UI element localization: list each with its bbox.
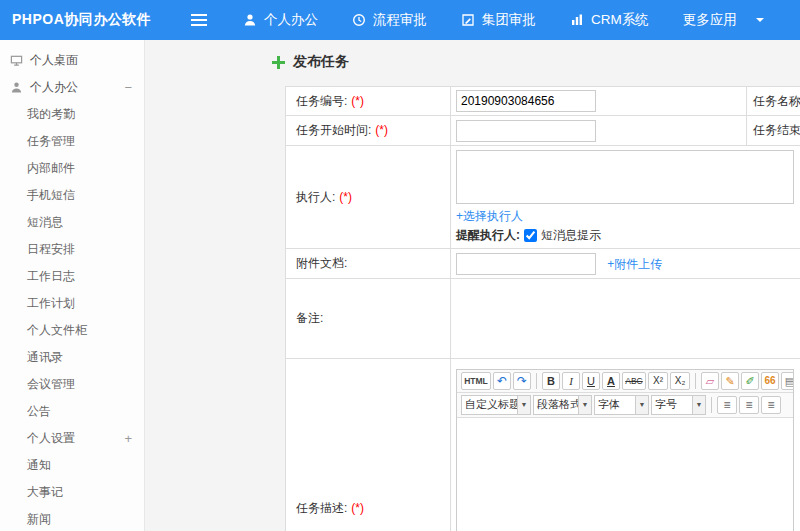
app-logo: PHPOA协同办公软件 xyxy=(0,11,178,29)
editor-content-area[interactable] xyxy=(457,418,793,531)
page-title: 发布任务 xyxy=(272,53,349,71)
choose-executor-link[interactable]: +选择执行人 xyxy=(456,208,523,225)
caret-down-icon: ▼ xyxy=(517,396,530,414)
main-content: 发布任务 任务编号:(*) 任务名称:(*) 任务开始时间:(*) 任务结束时间… xyxy=(145,40,800,531)
sidebar-item-personal-office[interactable]: 个人办公 − xyxy=(0,74,144,101)
required-mark: (*) xyxy=(351,501,364,515)
task-name-label: 任务名称: xyxy=(753,94,800,108)
chart-icon xyxy=(570,13,584,27)
sidebar-item-personal-settings[interactable]: 个人设置 + xyxy=(0,425,144,452)
attachment-input[interactable] xyxy=(456,253,596,275)
publish-task-form: 任务编号:(*) 任务名称:(*) 任务开始时间:(*) 任务结束时间:(*) … xyxy=(285,86,800,531)
sidebar-item-file-cabinet[interactable]: 个人文件柜 xyxy=(0,317,144,344)
bold-button[interactable]: B xyxy=(542,372,560,390)
task-no-label: 任务编号: xyxy=(296,94,347,108)
font-button[interactable]: A xyxy=(602,372,620,390)
rich-text-editor: HTML ↶ ↷ B I U A ABC X² X₂ ▱ ✎ xyxy=(456,369,794,531)
format-painter-button[interactable]: ✎ xyxy=(721,372,739,390)
html-source-button[interactable]: HTML xyxy=(461,372,491,390)
remind-label: 提醒执行人: xyxy=(456,227,520,244)
font-family-dropdown[interactable]: 字体▼ xyxy=(594,395,649,415)
superscript-button[interactable]: X² xyxy=(648,372,668,390)
sidebar-item-internal-mail[interactable]: 内部邮件 xyxy=(0,155,144,182)
start-time-input[interactable] xyxy=(456,120,596,142)
executor-label: 执行人: xyxy=(296,190,335,204)
sidebar-item-work-plan[interactable]: 工作计划 xyxy=(0,290,144,317)
font-size-dropdown[interactable]: 字号▼ xyxy=(651,395,706,415)
remark-area[interactable] xyxy=(451,279,800,359)
attachment-upload-link[interactable]: +附件上传 xyxy=(607,256,662,273)
paragraph-format-dropdown[interactable]: 段落格式▼ xyxy=(533,395,592,415)
required-mark: (*) xyxy=(351,94,364,108)
caret-down-icon xyxy=(756,18,764,26)
italic-button[interactable]: I xyxy=(562,372,580,390)
nav-more-apps[interactable]: 更多应用 xyxy=(666,0,781,40)
desktop-icon xyxy=(10,54,23,67)
editor-toolbar-row1: HTML ↶ ↷ B I U A ABC X² X₂ ▱ ✎ xyxy=(457,370,793,393)
caret-down-icon: ▼ xyxy=(578,396,591,414)
executor-textarea[interactable] xyxy=(456,150,794,204)
sidebar-item-personal-desktop[interactable]: 个人桌面 xyxy=(0,47,144,74)
underline-button[interactable]: U xyxy=(582,372,600,390)
sidebar-item-work-log[interactable]: 工作日志 xyxy=(0,263,144,290)
sidebar-item-notice[interactable]: 通知 xyxy=(0,452,144,479)
redo-button[interactable]: ↷ xyxy=(513,372,531,390)
sidebar-item-schedule[interactable]: 日程安排 xyxy=(0,236,144,263)
end-time-label: 任务结束时间: xyxy=(753,123,800,137)
toolbar-separator xyxy=(695,373,696,389)
expand-icon[interactable]: + xyxy=(124,431,132,446)
sidebar: 个人桌面 个人办公 − 我的考勤 任务管理 内部邮件 手机短信 短消息 日程安排… xyxy=(0,40,145,531)
required-mark: (*) xyxy=(339,190,352,204)
top-nav: 个人办公 流程审批 集团审批 CRM系统 更多应用 xyxy=(226,0,781,40)
editor-toolbar-row2: 自定义标题▼ 段落格式▼ 字体▼ 字号▼ ≡ ≡ ≡ xyxy=(457,393,793,418)
remark-label: 备注: xyxy=(296,311,323,325)
sidebar-item-announcement[interactable]: 公告 xyxy=(0,398,144,425)
blockquote-button[interactable]: 66 xyxy=(761,372,779,390)
sidebar-item-mobile-sms[interactable]: 手机短信 xyxy=(0,182,144,209)
align-right-button[interactable]: ≡ xyxy=(761,396,781,414)
start-time-label: 任务开始时间: xyxy=(296,123,371,137)
remove-format-button[interactable]: ▱ xyxy=(701,372,719,390)
clock-icon xyxy=(352,13,366,27)
collapse-icon[interactable]: − xyxy=(124,80,132,95)
custom-title-dropdown[interactable]: 自定义标题▼ xyxy=(461,395,531,415)
sidebar-item-events[interactable]: 大事记 xyxy=(0,479,144,506)
sms-remind-label: 短消息提示 xyxy=(541,227,601,244)
align-left-button[interactable]: ≡ xyxy=(717,396,737,414)
sidebar-item-meeting[interactable]: 会议管理 xyxy=(0,371,144,398)
highlight-button[interactable]: ✐ xyxy=(741,372,759,390)
strikethrough-button[interactable]: ABC xyxy=(622,372,646,390)
list-button[interactable]: ▤ xyxy=(781,372,793,390)
toolbar-separator xyxy=(711,397,712,413)
sidebar-item-contacts[interactable]: 通讯录 xyxy=(0,344,144,371)
user-icon xyxy=(10,81,23,94)
plus-icon xyxy=(272,56,285,69)
caret-down-icon: ▼ xyxy=(692,396,705,414)
align-center-button[interactable]: ≡ xyxy=(739,396,759,414)
nav-process-approval[interactable]: 流程审批 xyxy=(335,0,444,40)
edit-icon xyxy=(461,13,475,27)
attachment-label: 附件文档: xyxy=(296,256,347,270)
sidebar-item-my-attendance[interactable]: 我的考勤 xyxy=(0,101,144,128)
top-header: PHPOA协同办公软件 个人办公 流程审批 集团审批 CRM系统 更多应用 xyxy=(0,0,800,40)
caret-down-icon: ▼ xyxy=(635,396,648,414)
sidebar-item-news[interactable]: 新闻 xyxy=(0,506,144,531)
nav-group-approval[interactable]: 集团审批 xyxy=(444,0,553,40)
toolbar-separator xyxy=(536,373,537,389)
user-icon xyxy=(243,13,257,27)
task-no-input[interactable] xyxy=(456,90,596,112)
subscript-button[interactable]: X₂ xyxy=(670,372,690,390)
nav-crm[interactable]: CRM系统 xyxy=(553,0,666,40)
menu-toggle-icon[interactable] xyxy=(178,0,220,40)
page-title-text: 发布任务 xyxy=(293,53,349,71)
description-label: 任务描述: xyxy=(296,501,347,515)
sidebar-item-short-message[interactable]: 短消息 xyxy=(0,209,144,236)
sidebar-item-task-management[interactable]: 任务管理 xyxy=(0,128,144,155)
undo-button[interactable]: ↶ xyxy=(493,372,511,390)
nav-personal-office[interactable]: 个人办公 xyxy=(226,0,335,40)
required-mark: (*) xyxy=(375,123,388,137)
sms-remind-checkbox[interactable] xyxy=(524,229,537,242)
